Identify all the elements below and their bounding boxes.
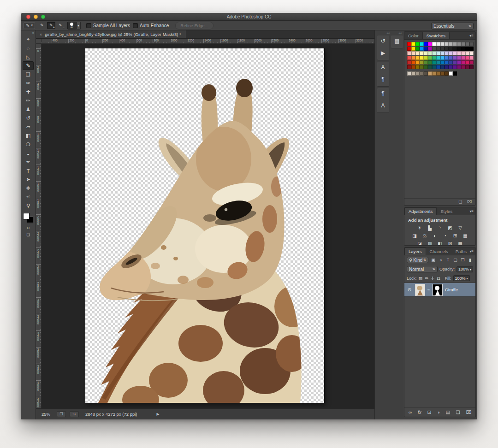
- path-selection-tool[interactable]: ➤: [23, 175, 34, 184]
- subtract-from-selection-mode[interactable]: ✎−: [56, 22, 65, 29]
- foreground-color-swatch[interactable]: [23, 213, 30, 219]
- color-swatch[interactable]: [407, 56, 411, 60]
- layer-thumbnail[interactable]: [415, 284, 425, 296]
- add-layer-mask-icon[interactable]: ⊡: [427, 410, 431, 415]
- lock-image-pixels-icon[interactable]: ✏: [425, 276, 429, 281]
- color-swatch[interactable]: [453, 47, 457, 51]
- filter-shape-layers-icon[interactable]: ▢: [452, 258, 458, 262]
- filter-type-layers-icon[interactable]: T: [445, 258, 451, 262]
- blur-tool[interactable]: ❍: [23, 140, 34, 149]
- layers-tab-channels[interactable]: Channels: [426, 248, 452, 255]
- swatches-tab-swatches[interactable]: Swatches: [422, 32, 450, 39]
- status-expander-icon[interactable]: ▶: [157, 412, 160, 416]
- color-balance-icon[interactable]: ⚖: [421, 233, 428, 239]
- auto-enhance-checkbox-box[interactable]: [133, 23, 138, 28]
- history-panel-icon[interactable]: ↺: [377, 35, 389, 47]
- color-swatch[interactable]: [407, 71, 411, 76]
- title-bar[interactable]: Adobe Photoshop CC: [21, 13, 477, 21]
- collapse-dock-icon[interactable]: ««: [398, 31, 403, 34]
- link-layers-icon[interactable]: ∞: [409, 410, 412, 415]
- color-swatch[interactable]: [432, 47, 436, 51]
- color-swatch[interactable]: [465, 51, 469, 55]
- color-swatch[interactable]: [469, 60, 474, 65]
- color-swatch[interactable]: [436, 60, 440, 65]
- color-swatch[interactable]: [436, 56, 440, 60]
- color-swatch[interactable]: [445, 65, 449, 69]
- color-swatch[interactable]: [428, 42, 432, 46]
- color-swatch[interactable]: [461, 51, 465, 55]
- expand-tools-icon[interactable]: »: [32, 31, 36, 35]
- filter-smart-objects-icon[interactable]: ❐: [460, 258, 466, 262]
- color-swatch[interactable]: [415, 71, 420, 76]
- color-swatch[interactable]: [445, 42, 449, 46]
- doc-profile-icon[interactable]: ❐: [57, 411, 66, 417]
- layer-mask-thumbnail[interactable]: [433, 284, 443, 296]
- color-swatch[interactable]: [461, 60, 465, 65]
- sample-all-layers-checkbox[interactable]: Sample All Layers: [86, 23, 130, 28]
- black-white-icon[interactable]: ◐: [432, 233, 439, 239]
- vibrance-icon[interactable]: ▽: [457, 225, 464, 231]
- layer-name[interactable]: Giraffe: [445, 287, 458, 292]
- color-swatch[interactable]: [415, 60, 420, 65]
- sample-all-layers-checkbox-box[interactable]: [86, 23, 91, 28]
- layers-tab-layers[interactable]: Layers: [404, 248, 426, 255]
- photo-filter-icon[interactable]: ◔: [442, 233, 449, 239]
- color-swatch[interactable]: [461, 47, 465, 51]
- quick-mask-mode-icon[interactable]: ⊙: [27, 226, 30, 230]
- color-swatch[interactable]: [411, 56, 415, 60]
- color-swatch[interactable]: [432, 51, 436, 55]
- posterize-icon[interactable]: ▨: [427, 241, 433, 246]
- color-swatch[interactable]: [432, 56, 436, 60]
- gradient-tool[interactable]: ◧: [23, 131, 34, 140]
- color-swatch[interactable]: [428, 47, 432, 51]
- color-swatch[interactable]: [415, 47, 420, 51]
- color-swatch[interactable]: [411, 65, 415, 69]
- color-swatch[interactable]: [445, 71, 449, 76]
- color-swatch[interactable]: [449, 42, 453, 46]
- actions-panel-icon[interactable]: ▶: [377, 47, 389, 59]
- foreground-background-colors[interactable]: [23, 213, 33, 223]
- color-swatch[interactable]: [469, 42, 474, 46]
- lock-position-icon[interactable]: ✛: [431, 276, 434, 281]
- minimize-window-button[interactable]: [34, 15, 38, 19]
- color-swatch[interactable]: [411, 60, 415, 65]
- color-swatch[interactable]: [424, 56, 428, 60]
- add-to-selection-mode[interactable]: ✎+: [47, 22, 55, 29]
- color-swatch[interactable]: [449, 65, 453, 69]
- color-swatch[interactable]: [407, 51, 411, 55]
- document-tab[interactable]: × giraffe_by_shine_brightly-d2yflow.jpg …: [36, 30, 186, 38]
- auto-enhance-checkbox[interactable]: Auto-Enhance: [133, 23, 169, 28]
- custom-shape-tool[interactable]: ❖: [23, 184, 34, 193]
- color-swatch[interactable]: [415, 56, 420, 60]
- filter-toggle[interactable]: ▮: [467, 258, 473, 262]
- zoom-level[interactable]: 25%: [42, 412, 50, 417]
- document-info[interactable]: 2848 px x 4272 px (72 ppi): [85, 412, 137, 417]
- canvas-pasteboard[interactable]: [42, 44, 374, 408]
- color-swatch[interactable]: [436, 71, 440, 76]
- color-swatch[interactable]: [420, 47, 424, 51]
- color-swatch[interactable]: [465, 42, 469, 46]
- adjustments-panel-menu-icon[interactable]: ▾≡: [469, 209, 474, 213]
- hue-saturation-icon[interactable]: ◨: [411, 233, 418, 239]
- color-swatch[interactable]: [411, 47, 415, 51]
- color-swatch[interactable]: [469, 56, 474, 60]
- color-swatch[interactable]: [415, 42, 420, 46]
- character-panel-icon[interactable]: A: [377, 62, 389, 73]
- color-swatch[interactable]: [457, 51, 461, 55]
- color-swatch[interactable]: [465, 56, 469, 60]
- color-swatch[interactable]: [428, 65, 432, 69]
- filter-adjustment-layers-icon[interactable]: ◑: [438, 258, 444, 262]
- history-brush-tool[interactable]: ↺: [23, 114, 34, 123]
- invert-icon[interactable]: ◪: [416, 241, 423, 246]
- blend-mode-dropdown[interactable]: Normal ⇅: [407, 266, 438, 272]
- lasso-tool[interactable]: ◺: [23, 53, 34, 61]
- adjustments-tab-styles[interactable]: Styles: [437, 208, 456, 215]
- color-swatch[interactable]: [424, 71, 428, 76]
- horizontal-ruler[interactable]: 4002000200400600800100012001400160018002…: [42, 39, 374, 43]
- color-swatch[interactable]: [453, 60, 457, 65]
- color-swatch[interactable]: [432, 71, 436, 76]
- color-swatch[interactable]: [436, 51, 440, 55]
- color-swatch[interactable]: [445, 47, 449, 51]
- color-swatch[interactable]: [440, 51, 445, 55]
- new-group-icon[interactable]: ▤: [445, 410, 450, 415]
